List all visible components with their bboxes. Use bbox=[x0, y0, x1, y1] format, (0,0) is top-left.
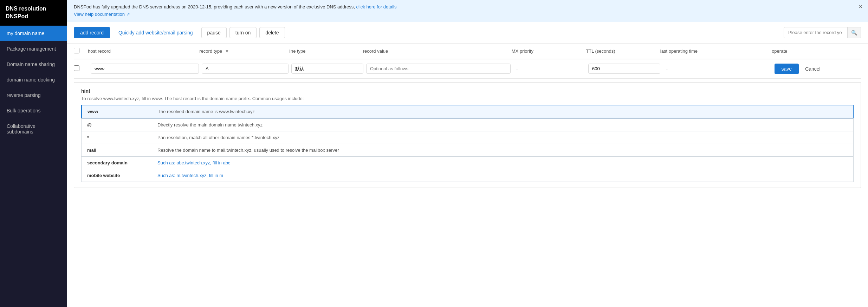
hint-rows-container: wwwThe resolved domain name is www.twint… bbox=[81, 105, 854, 182]
header-record-type: record type ▼ bbox=[199, 48, 289, 54]
sidebar-item-label: Collaborative subdomains bbox=[7, 123, 35, 135]
select-all-checkbox[interactable] bbox=[74, 48, 79, 53]
sidebar-logo-line1: DNS resolution bbox=[6, 5, 61, 13]
add-row-checkbox[interactable] bbox=[74, 65, 79, 71]
header-ttl: TTL (seconds) bbox=[586, 48, 660, 54]
sidebar-item-label: Package management bbox=[7, 46, 56, 52]
header-operate: operate bbox=[772, 48, 861, 54]
sidebar-item-label: Bulk operations bbox=[7, 108, 41, 113]
hint-key: @ bbox=[82, 119, 152, 131]
time-col: - bbox=[663, 66, 771, 72]
ttl-input-col bbox=[588, 64, 660, 74]
help-doc-link[interactable]: View help documentation ↗ bbox=[74, 12, 130, 17]
line-type-input-col bbox=[291, 64, 363, 74]
hint-row: @Directly resolve the main domain name t… bbox=[81, 118, 854, 131]
record-value-input[interactable] bbox=[366, 64, 511, 74]
search-input[interactable] bbox=[784, 27, 847, 38]
ttl-input[interactable] bbox=[588, 64, 660, 74]
hint-key: mobile website bbox=[82, 169, 152, 182]
sidebar-logo-line2: DNSPod bbox=[6, 13, 61, 20]
hint-value: The resolved domain name is www.twintech… bbox=[152, 105, 853, 118]
sidebar-item-reverse-parsing[interactable]: reverse parsing bbox=[0, 87, 67, 103]
time-dash: - bbox=[663, 66, 671, 72]
notification-close-button[interactable]: × bbox=[859, 4, 862, 10]
header-record-value: record value bbox=[363, 48, 512, 54]
record-type-input[interactable] bbox=[202, 64, 288, 74]
record-value-input-col bbox=[366, 64, 511, 74]
main-content: DNSPod has fully upgraded the DNS server… bbox=[67, 0, 868, 307]
sidebar-item-collab-subdomains[interactable]: Collaborative subdomains bbox=[0, 118, 67, 139]
hint-value: Such as: abc.twintech.xyz, fill in abc bbox=[152, 157, 853, 169]
sidebar-item-my-domain[interactable]: my domain name bbox=[0, 26, 67, 41]
mx-priority-col: - bbox=[513, 66, 585, 72]
sidebar-item-package-mgmt[interactable]: Package management bbox=[0, 41, 67, 57]
hint-key: www bbox=[82, 105, 152, 118]
hint-row: mailResolve the domain name to mail.twin… bbox=[81, 144, 854, 156]
quick-add-button[interactable]: Quickly add website/email parsing bbox=[113, 27, 199, 38]
mx-dash: - bbox=[513, 66, 521, 72]
pause-button[interactable]: pause bbox=[201, 27, 227, 38]
notification-banner: DNSPod has fully upgraded the DNS server… bbox=[67, 0, 868, 22]
save-button[interactable]: save bbox=[775, 64, 799, 74]
notification-message: DNSPod has fully upgraded the DNS server… bbox=[74, 4, 355, 9]
sidebar-item-label: my domain name bbox=[7, 31, 44, 36]
header-mx-priority: MX priority bbox=[512, 48, 586, 54]
notification-link[interactable]: click here for details bbox=[356, 4, 397, 9]
hint-section: hint To resolve www.twintech.xyz, fill i… bbox=[74, 82, 861, 188]
table-header: host record record type ▼ line type reco… bbox=[74, 44, 861, 59]
sidebar-item-domain-sharing[interactable]: Domain name sharing bbox=[0, 57, 67, 72]
sidebar-logo: DNS resolution DNSPod bbox=[0, 0, 67, 26]
sidebar-item-label: reverse parsing bbox=[7, 92, 41, 98]
add-row-checkbox-col bbox=[74, 65, 88, 72]
help-doc-text: View help documentation bbox=[74, 12, 125, 17]
header-host-record: host record bbox=[88, 48, 199, 54]
add-record-row: - - save Cancel bbox=[74, 59, 861, 79]
hint-title: hint bbox=[81, 88, 854, 94]
record-type-input-col bbox=[202, 64, 288, 74]
header-line-type: line type bbox=[289, 48, 363, 54]
table-area: host record record type ▼ line type reco… bbox=[67, 44, 868, 79]
search-icon-button[interactable]: 🔍 bbox=[847, 27, 861, 38]
header-last-op-time: last operating time bbox=[660, 48, 772, 54]
filter-icon[interactable]: ▼ bbox=[225, 49, 229, 54]
ops-col: save Cancel bbox=[775, 64, 861, 74]
hint-value: Pan resolution, match all other domain n… bbox=[152, 131, 853, 144]
line-type-input[interactable] bbox=[291, 64, 363, 74]
sidebar-nav: my domain name Package management Domain… bbox=[0, 26, 67, 307]
hint-key: * bbox=[82, 131, 152, 144]
header-checkbox-col bbox=[74, 48, 88, 54]
delete-button[interactable]: delete bbox=[259, 27, 285, 38]
hint-value: Directly resolve the main domain name tw… bbox=[152, 119, 853, 131]
hint-value: Resolve the domain name to mail.twintech… bbox=[152, 144, 853, 156]
toolbar: add record Quickly add website/email par… bbox=[67, 22, 868, 44]
hint-row: mobile websiteSuch as: m.twintech.xyz, f… bbox=[81, 169, 854, 182]
search-box: 🔍 bbox=[784, 27, 861, 38]
cancel-button[interactable]: Cancel bbox=[800, 64, 825, 74]
host-record-input[interactable] bbox=[91, 64, 199, 74]
hint-row: secondary domainSuch as: abc.twintech.xy… bbox=[81, 156, 854, 169]
hint-row: *Pan resolution, match all other domain … bbox=[81, 131, 854, 144]
hint-value: Such as: m.twintech.xyz, fill in m bbox=[152, 169, 853, 182]
hint-key: secondary domain bbox=[82, 157, 152, 169]
add-record-button[interactable]: add record bbox=[74, 27, 110, 38]
sidebar-item-bulk-ops[interactable]: Bulk operations bbox=[0, 103, 67, 118]
host-record-input-col bbox=[91, 64, 199, 74]
hint-desc: To resolve www.twintech.xyz, fill in www… bbox=[81, 96, 854, 101]
sidebar: DNS resolution DNSPod my domain name Pac… bbox=[0, 0, 67, 307]
sidebar-item-label: domain name docking bbox=[7, 77, 55, 83]
hint-key: mail bbox=[82, 144, 152, 156]
external-link-icon: ↗ bbox=[126, 12, 130, 17]
sidebar-item-label: Domain name sharing bbox=[7, 61, 55, 67]
sidebar-item-domain-docking[interactable]: domain name docking bbox=[0, 72, 67, 87]
turn-on-button[interactable]: turn on bbox=[229, 27, 257, 38]
hint-row: wwwThe resolved domain name is www.twint… bbox=[81, 105, 854, 118]
